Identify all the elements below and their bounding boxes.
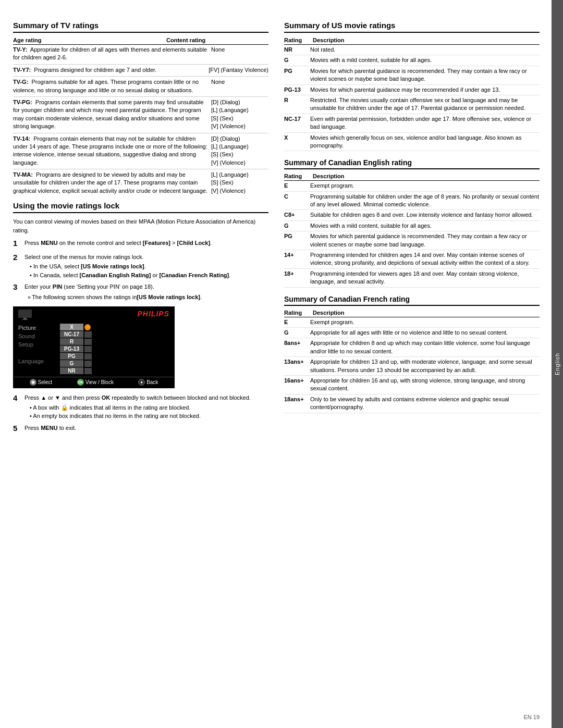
rating-label: PG <box>284 67 310 83</box>
tv-ratings-title: Summary of TV ratings <box>13 21 268 33</box>
rating-desc: Suitable for children ages 8 and over. L… <box>310 211 540 219</box>
rating-label: E <box>284 318 310 326</box>
tv-header: PHILIPS <box>14 307 174 324</box>
tv-badge: X <box>60 324 83 330</box>
step-content: Press MENU on the remote control and sel… <box>25 239 268 250</box>
table-row: PG-13 Movies for which parental guidance… <box>284 86 540 95</box>
rating-desc: Programs suitable for all ages. These pr… <box>13 79 199 93</box>
ca-eng-header: Rating Description <box>284 172 540 181</box>
step-2: 2 Select one of the menus for movie rati… <box>13 253 268 280</box>
tv-col-content: Content rating <box>166 37 268 43</box>
rating-label: G <box>284 222 310 230</box>
rating-content: None <box>211 78 268 94</box>
rating-desc: Movies which generally focus on sex, vio… <box>310 134 540 150</box>
ca-eng-col-rating: Rating <box>284 173 313 179</box>
right-column: Summary of US movie ratings Rating Descr… <box>284 21 540 707</box>
step-bullets: A box with 🔒 indicates that all items in… <box>30 403 268 421</box>
tv-menu-item <box>18 349 55 357</box>
step-number: 4 <box>13 392 25 421</box>
table-row: C8+ Suitable for children ages 8 and ove… <box>284 211 540 220</box>
table-row: PG Movies for which parental guidance is… <box>284 67 540 85</box>
table-row: 14+ Programming intended for children ag… <box>284 251 540 269</box>
svg-rect-1 <box>23 318 27 319</box>
rating-desc: Exempt program. <box>310 182 540 190</box>
tv-badge: R <box>60 338 83 345</box>
svg-rect-2 <box>22 319 28 320</box>
step-5: 5 Press MENU to exit. <box>13 424 268 435</box>
table-row: E Exempt program. <box>284 318 540 328</box>
rating-label: 18ans+ <box>284 396 310 412</box>
table-row: R Restricted. The movies usually contain… <box>284 96 540 114</box>
back-icon: ● <box>138 379 145 386</box>
tv-body: Picture Sound Setup Language X 🔒 <box>14 324 174 377</box>
rating-content: [L] (Language)[S] (Sex)[V] (Violence) <box>211 171 268 195</box>
table-row: E Exempt program. <box>284 182 540 191</box>
tv-ratings-list: X 🔒 NC-17 R <box>60 324 169 375</box>
table-row: 13ans+ Appropriate for children 13 and u… <box>284 358 540 376</box>
movie-lock-title: Using the movie ratings lock <box>13 201 268 213</box>
rating-content: [FV] (Fantasy Violence) <box>209 66 268 74</box>
rating-content: None <box>211 46 268 62</box>
tv-view-btn: OK View / Block <box>77 379 114 386</box>
table-row: TV-14: Programs contain elements that ma… <box>13 135 268 167</box>
us-ratings-header: Rating Description <box>284 36 540 45</box>
tv-rating-item: G <box>60 360 169 367</box>
rating-desc: Appropriate for children of all ages wit… <box>13 46 207 60</box>
ca-eng-col-desc: Description <box>313 173 345 179</box>
tv-ratings-header: Age rating Content rating <box>13 36 268 45</box>
table-row: 18ans+ Only to be viewed by adults and c… <box>284 396 540 413</box>
rating-label: 14+ <box>284 251 310 267</box>
table-row: C Programming suitable for children unde… <box>284 193 540 211</box>
rating-label: TV-14: <box>13 135 32 142</box>
ok-icon: OK <box>77 379 84 386</box>
tv-ratings-rows: TV-Y: Appropriate for children of all ag… <box>13 46 268 195</box>
table-row: TV-Y: Appropriate for children of all ag… <box>13 46 268 62</box>
table-row: G Appropriate for all ages with little o… <box>284 329 540 338</box>
rating-label: TV-MA: <box>13 171 34 178</box>
rating-label: 13ans+ <box>284 358 310 374</box>
step-number: 5 <box>13 423 25 435</box>
philips-logo: PHILIPS <box>138 310 169 318</box>
tv-badge: G <box>60 360 83 367</box>
select-icon: ◉ <box>30 379 36 386</box>
rating-label: R <box>284 96 310 113</box>
view-label: View / Block <box>85 379 114 385</box>
canadian-french-title: Summary of Canadian French rating <box>284 295 540 306</box>
table-row: PG Movies for which parental guidance is… <box>284 232 540 250</box>
rating-label: G <box>284 56 310 64</box>
tv-badge: PG <box>60 353 83 360</box>
step-4: 4 Press ▲ or ▼ and then press OK repeate… <box>13 393 268 421</box>
rating-desc: Only to be viewed by adults and contains… <box>310 396 540 412</box>
table-row: NC-17 Even with parental permission, for… <box>284 115 540 133</box>
canadian-english-section: Summary of Canadian English rating Ratin… <box>284 158 540 287</box>
tv-menu: Picture Sound Setup Language <box>18 324 55 375</box>
tv-screen-mockup: PHILIPS Picture Sound Setup Language <box>13 306 175 388</box>
rating-desc: Appropriate for children 8 and up which … <box>310 339 540 355</box>
rating-label: PG-13 <box>284 86 310 94</box>
select-label: Select <box>38 379 53 385</box>
step-arrow: The following screen shows the ratings i… <box>28 293 268 302</box>
rating-desc: Exempt program. <box>310 318 540 326</box>
list-item: A box with 🔒 indicates that all items in… <box>30 403 268 412</box>
ca-fr-header: Rating Description <box>284 309 540 317</box>
us-col-rating: Rating <box>284 37 313 43</box>
rating-desc: Not rated. <box>310 46 540 54</box>
left-column: Summary of TV ratings Age rating Content… <box>13 21 268 707</box>
tv-badge: NR <box>60 367 83 374</box>
tv-menu-item: Picture <box>18 324 55 332</box>
rating-desc: Programming suitable for children under … <box>310 193 540 209</box>
rating-label: E <box>284 182 310 190</box>
rating-desc: Movies for which parental guidance is re… <box>310 67 540 83</box>
rating-label: 8ans+ <box>284 339 310 355</box>
movie-lock-intro: You can control viewing of movies based … <box>13 217 268 235</box>
rating-label: TV-PG: <box>13 99 34 105</box>
tv-icon-placeholder <box>18 310 32 322</box>
step-content: Select one of the menus for movie rating… <box>25 253 268 280</box>
list-item: In the USA, select [US Movie ratings loc… <box>30 262 268 271</box>
rating-desc: Movies with a mild content, suitable for… <box>310 222 540 230</box>
table-row: TV-Y7: Programs designed for children ag… <box>13 66 268 74</box>
table-row: 16ans+ Appropriate for children 16 and u… <box>284 377 540 394</box>
rating-desc: Even with parental permission, forbidden… <box>310 115 540 131</box>
table-row: TV-MA: Programs are designed to be viewe… <box>13 171 268 195</box>
step-bullets: In the USA, select [US Movie ratings loc… <box>30 262 268 279</box>
